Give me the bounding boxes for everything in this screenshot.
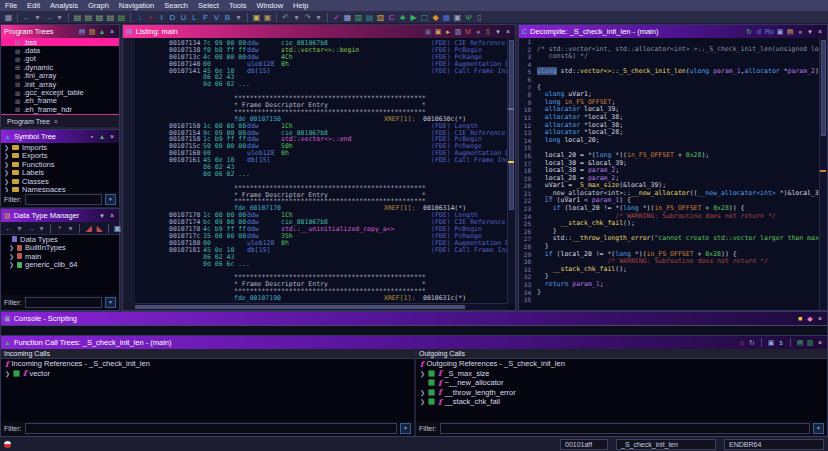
listing-row[interactable]: 001071549c 09 00 00ddwcie_001067b8(FDE) …	[135, 129, 497, 136]
call-trees-titlebar[interactable]: ▲ Function Call Trees: _S_check_init_len…	[1, 336, 827, 349]
decompile-line[interactable]: 31 __stack_chk_fail();	[519, 266, 827, 274]
listing-horizontal-scrollbar[interactable]	[135, 303, 507, 310]
call-tree-item[interactable]: ❯f__throw_length_error	[416, 388, 827, 398]
dtm-titlebar[interactable]: ▨ Data Type Manager ▾×	[1, 209, 119, 222]
menu-tools[interactable]: Tools	[224, 0, 252, 11]
listing-titlebar[interactable]: ▤ Listing: main ▣▣▸▥M●▯▾×	[123, 25, 515, 38]
merge-icon[interactable]: M	[464, 27, 472, 37]
clear-code-icon[interactable]: C	[386, 12, 397, 23]
refresh-icon[interactable]: ↻	[745, 27, 753, 37]
diff-view-icon[interactable]: ▥	[454, 27, 462, 37]
listing-row[interactable]: ****************************************…	[135, 197, 497, 204]
listing-row[interactable]: 86 02 43	[135, 163, 497, 170]
forward-icon[interactable]: →	[43, 12, 54, 23]
filter-options-icon[interactable]: ▼	[105, 194, 116, 205]
menu-analysis[interactable]: Analysis	[45, 0, 83, 11]
pin-icon[interactable]: ▪	[88, 132, 96, 142]
run-script-icon[interactable]: ▶	[408, 12, 419, 23]
menu-search[interactable]: Search	[159, 0, 193, 11]
decompile-line[interactable]: 6	[519, 76, 827, 84]
letter-l-icon[interactable]: L	[189, 12, 200, 23]
listing-row[interactable]: 0010716000uleb1280h(FDE) Augmentation Da…	[135, 149, 497, 156]
listing-row[interactable]: 00107138f0 b8 ff ffddwstd::vector<>::beg…	[135, 46, 497, 53]
symbol-tree-item-functions[interactable]: ❯Functions	[1, 160, 119, 169]
expander-icon[interactable]: ❯	[4, 161, 9, 168]
listing-marker-bookmark[interactable]	[508, 161, 514, 163]
filter-options-icon[interactable]: ▼	[105, 297, 116, 308]
clipboard-icon[interactable]: ▯	[474, 12, 485, 23]
save-icon[interactable]: ▦	[3, 12, 14, 23]
refresh-icon[interactable]: ↻	[748, 338, 756, 348]
record-icon[interactable]: ●	[145, 12, 156, 23]
listing-row[interactable]: 001071581c b9 ff ffddwstd::vector<>::end…	[135, 135, 497, 142]
menu-window[interactable]: Window	[251, 0, 288, 11]
listing-scroll-thumb[interactable]	[509, 40, 514, 210]
decompile-vertical-scrollbar[interactable]	[819, 38, 827, 310]
close-icon[interactable]: ×	[816, 314, 824, 324]
menu-file[interactable]: File	[0, 0, 22, 11]
prev-dropdown-icon[interactable]: ▾	[14, 223, 25, 234]
decompile-titlebar[interactable]: C Decompile: _S_check_init_len - (main) …	[519, 25, 827, 38]
scroll-lock-icon[interactable]: ■	[796, 314, 804, 324]
program-tree-item[interactable]: ▤.data	[1, 46, 119, 54]
decompile-line[interactable]: 25 __stack_chk_fail();	[519, 220, 827, 228]
new-window-icon[interactable]: ▥	[806, 338, 814, 348]
menu-navigation[interactable]: Navigation	[114, 0, 159, 11]
close-icon[interactable]: ×	[108, 132, 116, 142]
listing-body[interactable]: 001071347c 09 00 00ddwcie_001067b8(FDE) …	[123, 38, 515, 310]
filter-scope-icon[interactable]: s	[777, 338, 785, 348]
call-tree-item[interactable]: ❯f__stack_chk_fail	[416, 397, 827, 407]
menu-edit[interactable]: Edit	[22, 0, 45, 11]
close-icon[interactable]: ×	[108, 27, 116, 37]
filter-options-icon[interactable]: ▼	[400, 423, 411, 434]
close-icon[interactable]: ×	[816, 27, 824, 37]
home-icon[interactable]: ⌂	[738, 338, 746, 348]
program-tree-item[interactable]: ▤.bss	[1, 38, 119, 46]
symbol-tree-filter-input[interactable]	[25, 194, 103, 205]
snapshot-icon[interactable]: ●	[796, 27, 804, 37]
clear-console-icon[interactable]: ◆	[806, 314, 814, 324]
listing-row[interactable]: ****************************************…	[135, 287, 497, 294]
letter-i-icon[interactable]: I	[156, 12, 167, 23]
listing-row[interactable]: 00107174bc 09 00 00ddwcie_001067b8(FDE) …	[135, 218, 497, 225]
listing-row[interactable]: ****************************************…	[135, 184, 497, 191]
expander-icon[interactable]: ❯	[9, 244, 14, 251]
symbol-tree-item-imports[interactable]: ❯Imports	[1, 143, 119, 152]
symbol-tree-item-exports[interactable]: ❯Exports	[1, 152, 119, 161]
listing-row[interactable]: 001071784c b9 ff ffddwstd::__uninitializ…	[135, 225, 497, 232]
dropdown-icon[interactable]: ▾	[494, 27, 502, 37]
graph-icon[interactable]: d	[755, 27, 763, 37]
redo-icon[interactable]: ↷	[302, 12, 313, 23]
back-dropdown-icon[interactable]: ▾	[32, 12, 43, 23]
listing-row[interactable]: 0010718000uleb1280h(FDE) Augmentation Da…	[135, 239, 497, 246]
expander-icon[interactable]: ❯	[420, 370, 425, 377]
filter-arrays-icon[interactable]: ◢	[83, 223, 94, 234]
listing-row[interactable]: 0010714000uleb1280h(FDE) Augmentation Da…	[135, 60, 497, 67]
decompile-line[interactable]: 35	[519, 296, 827, 304]
call-tree-root[interactable]: fIncoming References - _S_check_init_len	[1, 359, 414, 369]
listing-row[interactable]	[135, 177, 497, 184]
console-titlebar[interactable]: ▣ Console - Scripting ■◆×	[1, 312, 827, 325]
expander-icon[interactable]: ❯	[5, 370, 10, 377]
call-tree-icon[interactable]: Ψ	[463, 12, 474, 23]
listing-row[interactable]: fde_00107190XREF[1]:0010631c(*)	[135, 294, 497, 301]
dtm-item-generic_clib_64[interactable]: ❯generic_clib_64	[1, 261, 119, 270]
listing-row[interactable]: 001071347c 09 00 00ddwcie_001067b8(FDE) …	[135, 39, 497, 46]
incoming-filter-input[interactable]	[25, 423, 398, 434]
decompile-body[interactable]: 12/* std::vector<int, std::allocator<int…	[519, 38, 827, 310]
listing-row[interactable]: 86 02 43	[135, 73, 497, 80]
console-output[interactable]	[1, 325, 827, 335]
listing-marker[interactable]	[508, 108, 514, 110]
listing-row[interactable]: ****************************************…	[135, 94, 497, 101]
goto-icon[interactable]: ▲	[98, 132, 106, 142]
edit-view-icon[interactable]: ▤	[78, 27, 86, 37]
close-icon[interactable]: ×	[504, 27, 512, 37]
page-icon-1[interactable]: ▤	[72, 12, 83, 23]
call-tree-item[interactable]: ❯fvector	[1, 369, 414, 379]
dtm-root-item[interactable]: Data Types	[1, 235, 119, 244]
filter-options-icon[interactable]: ▼	[813, 423, 824, 434]
letter-u-icon[interactable]: U	[178, 12, 189, 23]
paste-special-icon[interactable]: ▣	[262, 12, 273, 23]
expander-icon[interactable]: ❯	[4, 144, 9, 151]
letter-b-icon[interactable]: B	[222, 12, 233, 23]
